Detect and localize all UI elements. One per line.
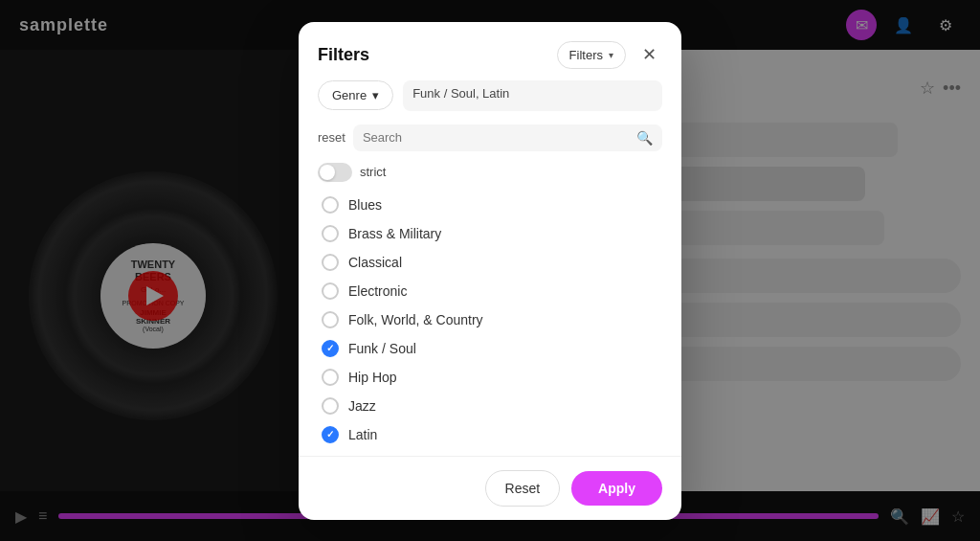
genre-checkbox[interactable] [322,369,339,386]
genre-selected-tags: Funk / Soul, Latin [403,80,662,111]
filters-modal: Filters Filters ▾ ✕ Genre ▾ Funk / Soul,… [299,22,681,520]
genre-name: Electronic [348,283,407,299]
genre-checkbox[interactable] [322,282,339,300]
modal-header-right: Filters ▾ ✕ [557,41,662,69]
genre-item[interactable]: Non-Music [318,450,662,452]
reset-link[interactable]: reset [318,130,345,145]
genre-name: Blues [348,197,382,213]
genre-list: BluesBrass & MilitaryClassicalElectronic… [318,192,662,452]
genre-checkbox[interactable] [322,340,339,357]
search-input[interactable] [363,130,631,145]
modal-footer: Reset Apply [299,456,681,520]
genre-item[interactable]: Jazz [318,393,662,419]
genre-checkbox[interactable] [322,225,339,242]
genre-name: Folk, World, & Country [348,312,483,327]
search-icon: 🔍 [636,130,653,146]
genre-name: Brass & Military [348,226,441,241]
strict-row: strict [318,163,662,182]
filters-dropdown-button[interactable]: Filters ▾ [557,41,626,69]
genre-item[interactable]: Hip Hop [318,364,662,391]
genre-item[interactable]: Classical [318,249,662,276]
genre-name: Latin [348,427,377,442]
modal-header: Filters Filters ▾ ✕ [299,22,681,80]
genre-dropdown-button[interactable]: Genre ▾ [318,80,393,110]
genre-item[interactable]: Blues [318,192,662,218]
close-button[interactable]: ✕ [635,41,662,68]
genre-checkbox[interactable] [322,254,339,271]
search-row: reset 🔍 [318,124,662,151]
modal-overlay: Filters Filters ▾ ✕ Genre ▾ Funk / Soul,… [0,0,980,541]
apply-button[interactable]: Apply [571,471,662,506]
genre-name: Classical [348,255,402,270]
genre-item[interactable]: Electronic [318,278,662,304]
search-input-wrap: 🔍 [353,124,662,151]
genre-checkbox[interactable] [322,196,339,214]
genre-name: Funk / Soul [348,341,416,356]
genre-row: Genre ▾ Funk / Soul, Latin [318,80,662,111]
genre-name: Hip Hop [348,370,397,385]
chevron-down-icon: ▾ [609,50,613,60]
genre-checkbox[interactable] [322,426,339,443]
genre-item[interactable]: Funk / Soul [318,335,662,362]
genre-item[interactable]: Brass & Military [318,220,662,247]
strict-toggle[interactable] [318,163,352,182]
genre-name: Jazz [348,398,376,414]
genre-chevron-icon: ▾ [372,88,379,102]
genre-item[interactable]: Folk, World, & Country [318,306,662,333]
toggle-knob [320,165,335,180]
genre-checkbox[interactable] [322,397,339,415]
strict-label: strict [360,165,386,179]
modal-body: Genre ▾ Funk / Soul, Latin reset 🔍 stric… [299,80,681,452]
genre-item[interactable]: Latin [318,421,662,448]
genre-checkbox[interactable] [322,311,339,328]
modal-title: Filters [318,45,369,65]
reset-button[interactable]: Reset [485,470,561,507]
